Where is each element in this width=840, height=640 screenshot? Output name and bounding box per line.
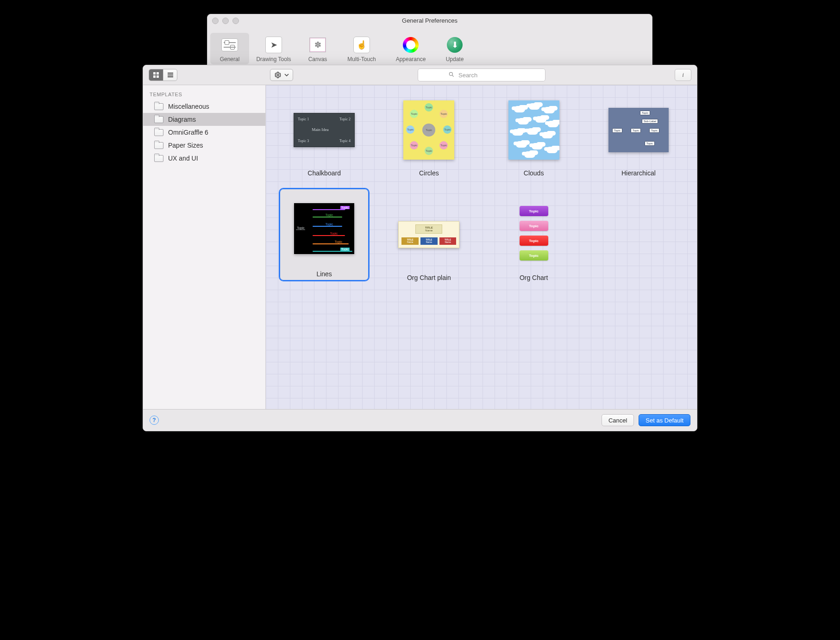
thumbnail-hierarchical: Topic Sub-Label Topic Topic Topic Topic bbox=[608, 108, 669, 152]
window-controls bbox=[212, 18, 239, 24]
template-label: Hierarchical bbox=[621, 169, 656, 177]
svg-rect-5 bbox=[168, 75, 173, 75]
template-chalkboard[interactable]: Topic 1 Topic 2 Main Idea Topic 3 Topic … bbox=[279, 95, 370, 177]
browser-footer: ? Cancel Set as Default bbox=[143, 409, 697, 431]
preferences-toolbar: General ➤ Drawing Tools ✽ Canvas ☝ Multi… bbox=[207, 26, 652, 66]
sidebar: TEMPLATES Miscellaneous Diagrams OmniGra… bbox=[143, 85, 266, 409]
sidebar-item-miscellaneous[interactable]: Miscellaneous bbox=[143, 100, 265, 113]
tab-appearance[interactable]: Appearance bbox=[386, 33, 435, 64]
thumbnail-chalkboard: Topic 1 Topic 2 Main Idea Topic 3 Topic … bbox=[294, 113, 355, 147]
color-wheel-icon bbox=[403, 37, 419, 53]
search-field[interactable] bbox=[418, 68, 545, 81]
sidebar-item-label: OmniGraffle 6 bbox=[168, 129, 208, 136]
info-button[interactable]: i bbox=[675, 69, 691, 81]
actions-menu-button[interactable] bbox=[270, 69, 293, 81]
sliders-icon bbox=[221, 38, 238, 51]
view-mode-segment bbox=[149, 69, 177, 81]
template-org-chart-plain[interactable]: TITLEName TITLEName TITLEName TITLEName … bbox=[383, 200, 474, 281]
svg-point-8 bbox=[449, 72, 452, 75]
template-label: Org Chart bbox=[520, 274, 548, 281]
template-lines[interactable]: Topic Topic Topic Topic Topic Topic bbox=[279, 188, 370, 281]
list-icon bbox=[167, 72, 174, 78]
svg-rect-0 bbox=[153, 72, 156, 75]
preferences-title: General Preferences bbox=[402, 17, 458, 24]
thumbnail-org-chart-plain: TITLEName TITLEName TITLEName TITLEName bbox=[398, 221, 459, 248]
tab-label: General bbox=[220, 56, 240, 62]
touch-icon: ☝ bbox=[353, 37, 370, 53]
browser-toolbar: i bbox=[143, 65, 697, 85]
folder-icon bbox=[154, 103, 163, 110]
template-label: Lines bbox=[316, 270, 332, 278]
gear-icon bbox=[274, 71, 282, 79]
tab-label: Appearance bbox=[396, 56, 426, 62]
template-grid-area: Topic 1 Topic 2 Main Idea Topic 3 Topic … bbox=[266, 85, 697, 409]
template-hierarchical[interactable]: Topic Sub-Label Topic Topic Topic Topic … bbox=[593, 95, 684, 177]
svg-line-9 bbox=[452, 75, 454, 76]
help-icon: ? bbox=[152, 417, 156, 423]
info-icon: i bbox=[682, 71, 684, 79]
template-label: Org Chart plain bbox=[407, 274, 451, 281]
template-clouds[interactable]: Clouds bbox=[489, 95, 579, 177]
resource-browser-window: i TEMPLATES Miscellaneous Diagrams bbox=[143, 65, 697, 431]
tab-drawing-tools[interactable]: ➤ Drawing Tools bbox=[249, 33, 298, 64]
search-icon bbox=[448, 71, 455, 79]
sidebar-item-diagrams[interactable]: Diagrams bbox=[143, 113, 265, 126]
sidebar-item-label: Miscellaneous bbox=[168, 103, 209, 110]
svg-rect-3 bbox=[157, 75, 159, 78]
folder-icon bbox=[154, 155, 163, 162]
tab-multi-touch[interactable]: ☝ Multi-Touch bbox=[337, 33, 386, 64]
thumbnail-clouds bbox=[508, 100, 559, 160]
template-org-chart[interactable]: Topic Topic Topic Topic Org Chart bbox=[489, 200, 579, 281]
template-circles[interactable]: Topic Topic Topic Topic Topic Topic Topi… bbox=[383, 95, 474, 177]
pointer-icon: ➤ bbox=[265, 37, 282, 53]
preferences-titlebar[interactable]: General Preferences bbox=[207, 14, 652, 26]
tab-general[interactable]: General bbox=[210, 33, 249, 64]
svg-rect-6 bbox=[168, 76, 173, 77]
sidebar-item-ux-and-ui[interactable]: UX and UI bbox=[143, 152, 265, 165]
sidebar-item-paper-sizes[interactable]: Paper Sizes bbox=[143, 139, 265, 152]
minimize-icon[interactable] bbox=[222, 18, 229, 24]
svg-rect-2 bbox=[153, 75, 156, 78]
close-icon[interactable] bbox=[212, 18, 219, 24]
sidebar-item-omnigraffle-6[interactable]: OmniGraffle 6 bbox=[143, 126, 265, 139]
folder-icon bbox=[154, 129, 163, 136]
tab-label: Multi-Touch bbox=[347, 56, 376, 62]
folder-icon bbox=[154, 142, 163, 149]
zoom-icon[interactable] bbox=[232, 18, 239, 24]
tab-canvas[interactable]: ✽ Canvas bbox=[298, 33, 337, 64]
svg-rect-4 bbox=[168, 73, 173, 74]
preferences-window: General Preferences General ➤ Drawing To… bbox=[207, 14, 652, 67]
canvas-icon: ✽ bbox=[309, 37, 326, 52]
download-icon: ⬇ bbox=[447, 37, 463, 53]
chevron-down-icon bbox=[284, 73, 289, 77]
sidebar-header: TEMPLATES bbox=[143, 85, 265, 100]
cancel-button[interactable]: Cancel bbox=[602, 414, 634, 426]
tab-label: Canvas bbox=[308, 56, 327, 62]
folder-icon bbox=[154, 116, 163, 123]
template-label: Circles bbox=[419, 169, 439, 177]
grid-view-button[interactable] bbox=[149, 69, 163, 81]
sidebar-item-label: Paper Sizes bbox=[168, 142, 203, 149]
thumbnail-org-chart: Topic Topic Topic Topic bbox=[520, 205, 548, 264]
tab-label: Update bbox=[446, 56, 464, 62]
thumbnail-circles: Topic Topic Topic Topic Topic Topic Topi… bbox=[403, 100, 454, 160]
grid-icon bbox=[153, 72, 159, 78]
list-view-button[interactable] bbox=[163, 69, 177, 81]
svg-rect-1 bbox=[157, 72, 159, 75]
help-button[interactable]: ? bbox=[150, 416, 159, 425]
tab-label: Drawing Tools bbox=[256, 56, 291, 62]
template-label: Clouds bbox=[524, 169, 544, 177]
thumbnail-lines: Topic Topic Topic Topic Topic Topic bbox=[294, 203, 354, 254]
template-label: Chalkboard bbox=[307, 169, 341, 177]
sidebar-item-label: Diagrams bbox=[168, 116, 196, 123]
set-as-default-button[interactable]: Set as Default bbox=[639, 414, 690, 426]
tab-update[interactable]: ⬇ Update bbox=[435, 33, 474, 64]
search-input[interactable] bbox=[458, 71, 515, 79]
sidebar-item-label: UX and UI bbox=[168, 155, 198, 162]
svg-point-7 bbox=[277, 74, 279, 76]
